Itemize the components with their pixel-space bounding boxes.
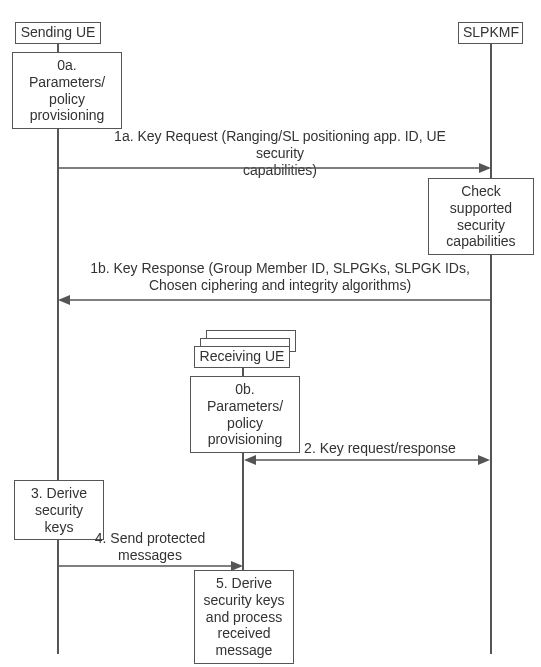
arrows-layer xyxy=(0,0,541,667)
arrowhead-1a xyxy=(479,163,491,173)
arrowhead-4 xyxy=(231,561,243,571)
arrowhead-1b xyxy=(58,295,70,305)
arrowhead-2-right xyxy=(478,455,490,465)
sequence-diagram: Sending UE SLPKMF Receiving UE 0a. Param… xyxy=(0,0,541,667)
arrowhead-2-left xyxy=(244,455,256,465)
